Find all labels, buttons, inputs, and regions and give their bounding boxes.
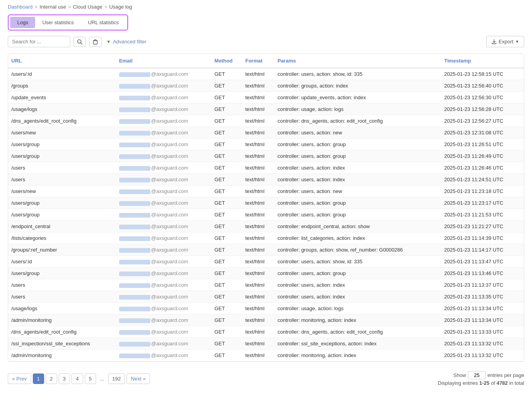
cell-format: text/html xyxy=(242,326,275,338)
cell-url: /usage/logs xyxy=(8,104,116,115)
cell-timestamp: 2025-01-23 11:21:27 UTC xyxy=(441,221,524,232)
prev-button[interactable]: « Prev xyxy=(8,373,31,384)
pagination-right: Show entries per page Displaying entries… xyxy=(438,371,524,386)
cell-format: text/html xyxy=(242,303,275,314)
tab-url-statistics[interactable]: URL statistics xyxy=(81,17,126,28)
cell-params: controller: users, action: group xyxy=(274,197,441,209)
show-entries: Show entries per page xyxy=(438,371,524,379)
search-button[interactable] xyxy=(73,37,86,47)
breadcrumb-dashboard[interactable]: Dashboard xyxy=(8,4,33,10)
clear-button[interactable] xyxy=(89,37,102,47)
cell-url: /endpoint_central xyxy=(8,221,116,232)
export-button[interactable]: Export ▼ xyxy=(486,36,524,47)
entries-per-page-input[interactable] xyxy=(468,371,486,379)
cell-format: text/html xyxy=(242,104,275,115)
page-btn-2[interactable]: 2 xyxy=(46,373,57,384)
cell-email: @axsguard.com xyxy=(116,80,211,92)
pagination-bar: « Prev 1 2 3 4 5 ... 192 Next » Show ent… xyxy=(8,368,524,389)
show-label: Show xyxy=(453,372,466,378)
col-format[interactable]: Format xyxy=(242,54,275,68)
cell-params: controller: users, action: group xyxy=(274,150,441,162)
page-btn-192[interactable]: 192 xyxy=(108,373,125,384)
cell-format: text/html xyxy=(242,139,275,150)
breadcrumb-current: Usage log xyxy=(109,4,132,10)
page-btn-3[interactable]: 3 xyxy=(59,373,70,384)
cell-url: /users xyxy=(8,162,116,174)
page-btn-5[interactable]: 5 xyxy=(85,373,96,384)
email-blur xyxy=(119,166,150,171)
cell-timestamp: 2025-01-23 12:58:15 UTC xyxy=(441,68,524,80)
cell-format: text/html xyxy=(242,127,275,139)
col-email[interactable]: Email xyxy=(116,54,211,68)
email-blur xyxy=(119,307,150,311)
cell-email: @axsguard.com xyxy=(116,221,211,232)
tab-logs[interactable]: Logs xyxy=(10,17,35,28)
search-input[interactable] xyxy=(8,36,70,47)
cell-method: GET xyxy=(211,256,242,268)
table-row: /groups @axsguard.com GET text/html cont… xyxy=(8,80,524,92)
table-row: /users/group @axsguard.com GET text/html… xyxy=(8,197,524,209)
cell-params: controller: users, action: show, id: 335 xyxy=(274,256,441,268)
cell-params: controller: users, action: group xyxy=(274,139,441,150)
table-row: /admin/monitoring @axsguard.com GET text… xyxy=(8,350,524,361)
col-url[interactable]: URL xyxy=(8,54,116,68)
cell-timestamp: 2025-01-23 12:56:28 UTC xyxy=(441,104,524,115)
cell-format: text/html xyxy=(242,279,275,291)
cell-method: GET xyxy=(211,127,242,139)
email-blur xyxy=(119,354,150,358)
table-row: /users/new @axsguard.com GET text/html c… xyxy=(8,127,524,139)
email-blur xyxy=(119,96,150,100)
email-blur xyxy=(119,225,150,229)
displaying-entries: Displaying entries 1-25 of 4782 in total xyxy=(438,380,524,386)
cell-params: controller: monitoring, action: index xyxy=(274,314,441,326)
search-icon xyxy=(77,39,82,45)
cell-url: /users/group xyxy=(8,139,116,150)
table-row: /users @axsguard.com GET text/html contr… xyxy=(8,279,524,291)
advanced-filter[interactable]: ▼ Advanced filter xyxy=(106,39,146,45)
cell-email: @axsguard.com xyxy=(116,139,211,150)
svg-rect-2 xyxy=(93,41,97,44)
cell-url: /users/group xyxy=(8,209,116,221)
cell-email: @axsguard.com xyxy=(116,338,211,350)
cell-email: @axsguard.com xyxy=(116,197,211,209)
cell-method: GET xyxy=(211,209,242,221)
cell-method: GET xyxy=(211,162,242,174)
table-row: /users @axsguard.com GET text/html contr… xyxy=(8,162,524,174)
cell-url: /admin/monitoring xyxy=(8,350,116,361)
entries-per-page-label: entries per page xyxy=(487,372,524,378)
cell-timestamp: 2025-01-23 11:24:51 UTC xyxy=(441,174,524,186)
cell-timestamp: 2025-01-23 11:23:18 UTC xyxy=(441,186,524,197)
cell-timestamp: 2025-01-23 11:13:32 UTC xyxy=(441,338,524,350)
page-btn-4[interactable]: 4 xyxy=(71,373,83,384)
cell-url: /users/group xyxy=(8,197,116,209)
cell-url: /users xyxy=(8,279,116,291)
table-row: /users @axsguard.com GET text/html contr… xyxy=(8,291,524,303)
cell-method: GET xyxy=(211,268,242,279)
next-button[interactable]: Next » xyxy=(127,373,150,384)
table-row: /dns_agents/edit_root_config @axsguard.c… xyxy=(8,326,524,338)
col-params[interactable]: Params xyxy=(274,54,441,68)
cell-params: controller: usage, action: logs xyxy=(274,104,441,115)
cell-format: text/html xyxy=(242,232,275,244)
page-btn-1[interactable]: 1 xyxy=(33,373,44,384)
tab-user-statistics[interactable]: User statistics xyxy=(35,17,81,28)
cell-url: /admin/monitoring xyxy=(8,314,116,326)
cell-params: controller: users, action: show, id: 335 xyxy=(274,68,441,80)
cell-method: GET xyxy=(211,139,242,150)
email-blur xyxy=(119,260,150,264)
table-row: /users/group @axsguard.com GET text/html… xyxy=(8,139,524,150)
cell-email: @axsguard.com xyxy=(116,92,211,104)
email-blur xyxy=(119,330,150,335)
trash-icon xyxy=(93,39,98,45)
cell-format: text/html xyxy=(242,115,275,127)
cell-url: /dns_agents/edit_root_config xyxy=(8,115,116,127)
col-timestamp[interactable]: Timestamp xyxy=(441,54,524,68)
cell-method: GET xyxy=(211,244,242,256)
cell-params: controller: dns_agents, action: edit_roo… xyxy=(274,326,441,338)
cell-method: GET xyxy=(211,92,242,104)
cell-timestamp: 2025-01-23 11:13:32 UTC xyxy=(441,350,524,361)
col-method[interactable]: Method xyxy=(211,54,242,68)
cell-email: @axsguard.com xyxy=(116,314,211,326)
cell-timestamp: 2025-01-23 12:56:27 UTC xyxy=(441,115,524,127)
cell-method: GET xyxy=(211,350,242,361)
